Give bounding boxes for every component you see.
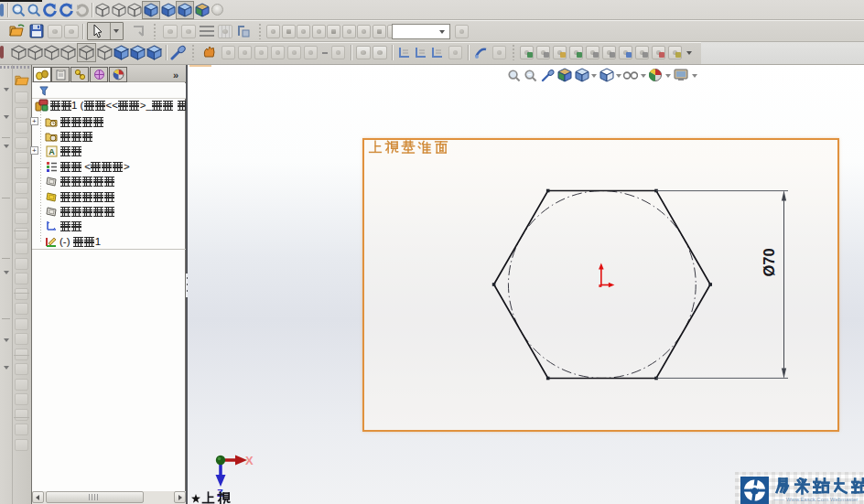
svg-text:A: A xyxy=(49,147,55,156)
